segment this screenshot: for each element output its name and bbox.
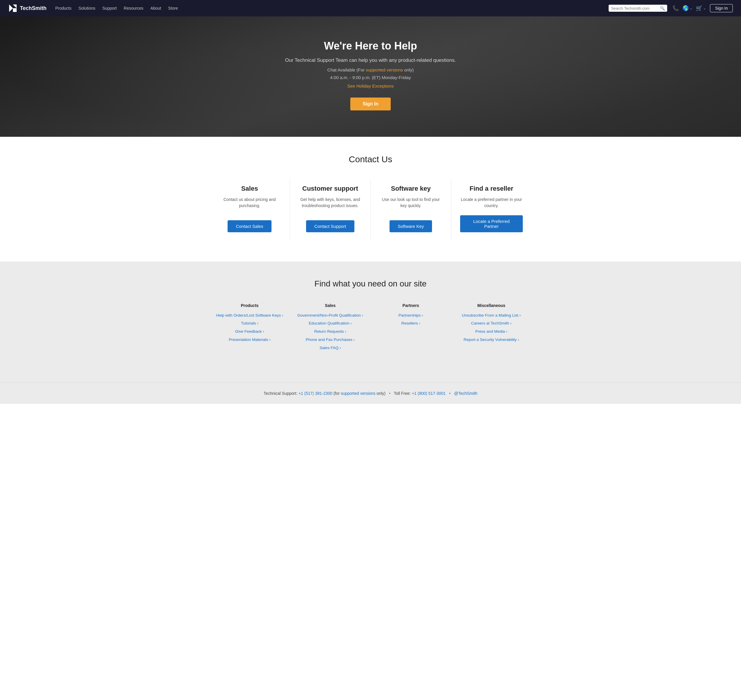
card-desc-softwarekey: Use our look up tool to find your key qu… (379, 197, 442, 214)
nav-support[interactable]: Support (100, 4, 120, 12)
nav-signin-button[interactable]: Sign In (710, 4, 733, 12)
card-title-sales: Sales (241, 185, 258, 193)
footer-supported-versions[interactable]: supported versions (341, 391, 375, 396)
card-title-softwarekey: Software key (391, 185, 431, 193)
hero-content: We're Here to Help Our Technical Support… (6, 40, 735, 110)
footer-dot1: • (389, 391, 390, 396)
nav-products[interactable]: Products (53, 4, 74, 12)
misc-links: Unsubscribe From a Mailing List › Career… (457, 313, 526, 343)
find-section: Find what you need on our site Products … (0, 262, 741, 382)
card-title-support: Customer support (302, 185, 358, 193)
phone-icon[interactable]: 📞 (672, 5, 679, 12)
contact-card-sales: Sales Contact us about pricing and purch… (209, 179, 290, 241)
search-input[interactable] (611, 6, 658, 10)
col-heading-partners: Partners (376, 303, 445, 308)
logo-text: TechSmith (20, 5, 47, 12)
link-govt[interactable]: Government/Non-Profit Qualification › (297, 313, 363, 318)
link-returns[interactable]: Return Requests › (314, 329, 347, 334)
find-grid: Products Help with Orders/Lost Software … (209, 303, 532, 353)
contact-support-button[interactable]: Contact Support (306, 220, 354, 232)
phone1-link[interactable]: +1 (517) 381-2300 (298, 391, 332, 396)
products-links: Help with Orders/Lost Software Keys › Tu… (215, 313, 284, 343)
footer-only-text: only) (376, 391, 385, 396)
contact-us-section: Contact Us Sales Contact us about pricin… (0, 137, 741, 262)
link-resellers[interactable]: Resellers › (401, 321, 420, 325)
find-heading: Find what you need on our site (12, 279, 729, 288)
contact-sales-button[interactable]: Contact Sales (228, 220, 271, 232)
navbar: TechSmith Products Solutions Support Res… (0, 0, 741, 16)
contact-cards: Sales Contact us about pricing and purch… (209, 179, 532, 241)
twitter-link[interactable]: @TechSmith (454, 391, 478, 396)
col-heading-products: Products (215, 303, 284, 308)
card-desc-reseller: Locate a preferred partner in your count… (460, 197, 523, 209)
nav-links: Products Solutions Support Resources Abo… (53, 6, 181, 11)
col-heading-misc: Miscellaneous (457, 303, 526, 308)
hero-title: We're Here to Help (6, 40, 735, 52)
chat-suffix: only) (403, 68, 414, 72)
partners-links: Partnerships › Resellers › (376, 313, 445, 326)
link-phone-fax[interactable]: Phone and Fax Purchases › (306, 337, 355, 342)
search-icon[interactable]: 🔍 (660, 6, 665, 10)
supported-versions-link[interactable]: supported versions (366, 68, 403, 72)
svg-marker-3 (13, 8, 17, 12)
hero-subtitle: Our Technical Support Team can help you … (6, 57, 735, 63)
link-orders[interactable]: Help with Orders/Lost Software Keys › (216, 313, 283, 318)
search-bar[interactable]: 🔍 (609, 5, 667, 12)
find-col-misc: Miscellaneous Unsubscribe From a Mailing… (451, 303, 532, 353)
nav-resources[interactable]: Resources (121, 4, 146, 12)
link-unsubscribe[interactable]: Unsubscribe From a Mailing List › (462, 313, 521, 318)
contact-card-support: Customer support Get help with keys, lic… (290, 179, 370, 241)
find-col-partners: Partners Partnerships › Resellers › (370, 303, 451, 353)
nav-about[interactable]: About (148, 4, 164, 12)
chat-hours: 4:00 a.m. - 9:00 p.m. (ET) Monday-Friday (330, 75, 411, 80)
link-security[interactable]: Report a Security Vulnerability › (464, 337, 519, 342)
svg-marker-2 (13, 4, 17, 8)
sales-links: Government/Non-Profit Qualification › Ed… (296, 313, 365, 351)
tech-support-label: Technical Support: (263, 391, 297, 396)
link-edu[interactable]: Education Qualification › (309, 321, 351, 325)
nav-solutions[interactable]: Solutions (76, 4, 99, 12)
card-desc-sales: Contact us about pricing and purchasing. (218, 197, 281, 214)
holiday-link[interactable]: See Holiday Exceptions (6, 82, 735, 90)
hero-signin-button[interactable]: Sign In (350, 97, 390, 110)
link-presentation[interactable]: Presentation Materials › (229, 337, 271, 342)
software-key-button[interactable]: Software Key (390, 220, 432, 232)
nav-icons: 📞 🌎⌄ 🛒⌄ (672, 5, 706, 12)
logo[interactable]: TechSmith (8, 3, 47, 13)
chat-info: Chat Available (For supported versions o… (6, 66, 735, 90)
footer-dot2: • (449, 391, 451, 396)
card-desc-support: Get help with keys, licenses, and troubl… (299, 197, 362, 214)
footer-for-text: (for (334, 391, 341, 396)
link-sales-faq[interactable]: Sales FAQ › (319, 346, 341, 350)
link-press[interactable]: Press and Media › (475, 329, 507, 334)
contact-card-reseller: Find a reseller Locate a preferred partn… (451, 179, 532, 241)
card-title-reseller: Find a reseller (469, 185, 513, 193)
col-heading-sales: Sales (296, 303, 365, 308)
cart-icon[interactable]: 🛒⌄ (696, 5, 706, 12)
hero-section: We're Here to Help Our Technical Support… (0, 16, 741, 137)
svg-marker-1 (9, 4, 13, 12)
globe-icon[interactable]: 🌎⌄ (682, 5, 692, 12)
footer-toll-free: Toll Free: (394, 391, 411, 396)
link-careers[interactable]: Careers at TechSmith › (471, 321, 512, 325)
link-partnerships[interactable]: Partnerships › (398, 313, 423, 318)
chat-prefix: Chat Available (For (328, 68, 366, 72)
footer: Technical Support: +1 (517) 381-2300 (fo… (0, 382, 741, 404)
find-col-sales: Sales Government/Non-Profit Qualificatio… (290, 303, 370, 353)
contact-card-softwarekey: Software key Use our look up tool to fin… (371, 179, 451, 241)
find-col-products: Products Help with Orders/Lost Software … (209, 303, 290, 353)
phone2-link[interactable]: +1 (800) 517-3001 (412, 391, 446, 396)
contact-us-heading: Contact Us (12, 154, 729, 164)
nav-store[interactable]: Store (165, 4, 181, 12)
link-tutorials[interactable]: Tutorials › (241, 321, 259, 325)
link-feedback[interactable]: Give Feedback › (235, 329, 264, 334)
locate-partner-button[interactable]: Locate a Preferred Partner (460, 215, 523, 232)
